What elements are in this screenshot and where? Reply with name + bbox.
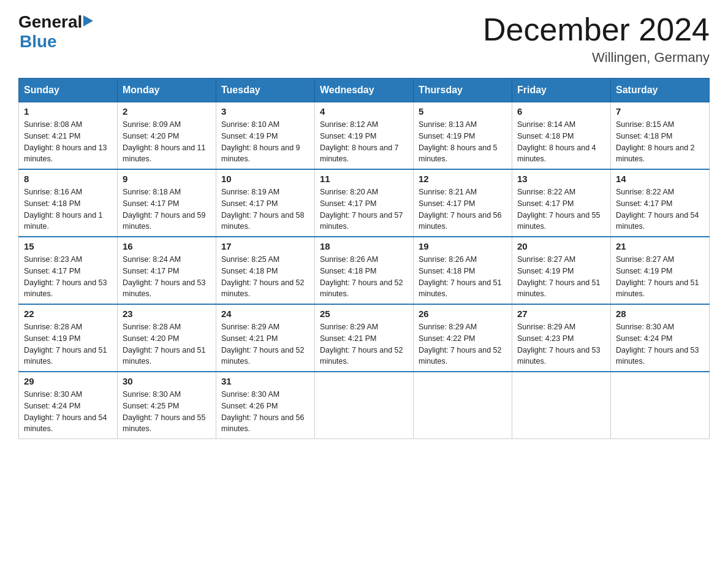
day-info: Sunrise: 8:12 AM Sunset: 4:19 PM Dayligh… (320, 119, 408, 165)
calendar-cell: 26 Sunrise: 8:29 AM Sunset: 4:22 PM Dayl… (414, 304, 512, 372)
calendar-week-row-3: 15 Sunrise: 8:23 AM Sunset: 4:17 PM Dayl… (19, 237, 710, 304)
calendar-table: Sunday Monday Tuesday Wednesday Thursday… (18, 78, 710, 439)
calendar-cell: 5 Sunrise: 8:13 AM Sunset: 4:19 PM Dayli… (414, 102, 512, 170)
calendar-cell: 14 Sunrise: 8:22 AM Sunset: 4:17 PM Dayl… (611, 169, 710, 237)
calendar-cell: 1 Sunrise: 8:08 AM Sunset: 4:21 PM Dayli… (19, 102, 118, 170)
calendar-cell: 24 Sunrise: 8:29 AM Sunset: 4:21 PM Dayl… (216, 304, 315, 372)
day-number: 10 (221, 174, 309, 184)
location-text: Willingen, Germany (483, 50, 710, 66)
calendar-cell: 31 Sunrise: 8:30 AM Sunset: 4:26 PM Dayl… (216, 372, 315, 439)
day-number: 8 (24, 174, 112, 184)
calendar-cell: 4 Sunrise: 8:12 AM Sunset: 4:19 PM Dayli… (315, 102, 414, 170)
header-thursday: Thursday (414, 79, 512, 102)
calendar-cell: 15 Sunrise: 8:23 AM Sunset: 4:17 PM Dayl… (19, 237, 118, 304)
calendar-cell: 23 Sunrise: 8:28 AM Sunset: 4:20 PM Dayl… (118, 304, 216, 372)
day-info: Sunrise: 8:22 AM Sunset: 4:17 PM Dayligh… (616, 186, 704, 232)
day-info: Sunrise: 8:24 AM Sunset: 4:17 PM Dayligh… (123, 254, 211, 300)
calendar-cell: 6 Sunrise: 8:14 AM Sunset: 4:18 PM Dayli… (512, 102, 611, 170)
day-info: Sunrise: 8:18 AM Sunset: 4:17 PM Dayligh… (123, 186, 211, 232)
day-number: 11 (320, 174, 408, 184)
header-friday: Friday (512, 79, 611, 102)
calendar-cell: 27 Sunrise: 8:29 AM Sunset: 4:23 PM Dayl… (512, 304, 611, 372)
calendar-cell: 2 Sunrise: 8:09 AM Sunset: 4:20 PM Dayli… (118, 102, 216, 170)
day-info: Sunrise: 8:15 AM Sunset: 4:18 PM Dayligh… (616, 119, 704, 165)
calendar-cell: 21 Sunrise: 8:27 AM Sunset: 4:19 PM Dayl… (611, 237, 710, 304)
day-number: 22 (24, 308, 112, 319)
day-info: Sunrise: 8:28 AM Sunset: 4:19 PM Dayligh… (24, 321, 112, 367)
day-number: 18 (320, 241, 408, 251)
day-number: 30 (123, 376, 211, 386)
day-number: 19 (419, 241, 507, 251)
calendar-cell: 19 Sunrise: 8:26 AM Sunset: 4:18 PM Dayl… (414, 237, 512, 304)
day-number: 29 (24, 376, 112, 386)
logo-blue-text: Blue (20, 32, 57, 52)
calendar-week-row-5: 29 Sunrise: 8:30 AM Sunset: 4:24 PM Dayl… (19, 372, 710, 439)
day-number: 27 (517, 308, 605, 319)
day-info: Sunrise: 8:29 AM Sunset: 4:21 PM Dayligh… (221, 321, 309, 367)
day-info: Sunrise: 8:16 AM Sunset: 4:18 PM Dayligh… (24, 186, 112, 232)
day-info: Sunrise: 8:30 AM Sunset: 4:26 PM Dayligh… (221, 389, 309, 435)
day-number: 21 (616, 241, 704, 251)
day-info: Sunrise: 8:26 AM Sunset: 4:18 PM Dayligh… (419, 254, 507, 300)
calendar-cell (611, 372, 710, 439)
svg-marker-0 (83, 15, 93, 26)
day-number: 15 (24, 241, 112, 251)
day-info: Sunrise: 8:29 AM Sunset: 4:23 PM Dayligh… (517, 321, 605, 367)
header-saturday: Saturday (611, 79, 710, 102)
header-monday: Monday (118, 79, 216, 102)
day-info: Sunrise: 8:30 AM Sunset: 4:25 PM Dayligh… (123, 389, 211, 435)
calendar-week-row-2: 8 Sunrise: 8:16 AM Sunset: 4:18 PM Dayli… (19, 169, 710, 237)
day-info: Sunrise: 8:25 AM Sunset: 4:18 PM Dayligh… (221, 254, 309, 300)
calendar-cell: 3 Sunrise: 8:10 AM Sunset: 4:19 PM Dayli… (216, 102, 315, 170)
day-number: 26 (419, 308, 507, 319)
calendar-cell (414, 372, 512, 439)
day-info: Sunrise: 8:21 AM Sunset: 4:17 PM Dayligh… (419, 186, 507, 232)
day-info: Sunrise: 8:27 AM Sunset: 4:19 PM Dayligh… (616, 254, 704, 300)
day-info: Sunrise: 8:29 AM Sunset: 4:21 PM Dayligh… (320, 321, 408, 367)
day-number: 1 (24, 106, 112, 117)
day-info: Sunrise: 8:30 AM Sunset: 4:24 PM Dayligh… (616, 321, 704, 367)
logo-general-text: General (18, 12, 82, 32)
calendar-cell: 13 Sunrise: 8:22 AM Sunset: 4:17 PM Dayl… (512, 169, 611, 237)
header-sunday: Sunday (19, 79, 118, 102)
calendar-cell: 8 Sunrise: 8:16 AM Sunset: 4:18 PM Dayli… (19, 169, 118, 237)
day-number: 17 (221, 241, 309, 251)
calendar-cell: 17 Sunrise: 8:25 AM Sunset: 4:18 PM Dayl… (216, 237, 315, 304)
day-number: 14 (616, 174, 704, 184)
calendar-cell: 10 Sunrise: 8:19 AM Sunset: 4:17 PM Dayl… (216, 169, 315, 237)
day-number: 9 (123, 174, 211, 184)
day-info: Sunrise: 8:30 AM Sunset: 4:24 PM Dayligh… (24, 389, 112, 435)
day-number: 6 (517, 106, 605, 117)
day-number: 16 (123, 241, 211, 251)
days-header-row: Sunday Monday Tuesday Wednesday Thursday… (19, 79, 710, 102)
day-number: 3 (221, 106, 309, 117)
day-info: Sunrise: 8:26 AM Sunset: 4:18 PM Dayligh… (320, 254, 408, 300)
day-number: 5 (419, 106, 507, 117)
day-number: 7 (616, 106, 704, 117)
day-number: 31 (221, 376, 309, 386)
day-info: Sunrise: 8:29 AM Sunset: 4:22 PM Dayligh… (419, 321, 507, 367)
day-number: 12 (419, 174, 507, 184)
day-number: 25 (320, 308, 408, 319)
day-number: 24 (221, 308, 309, 319)
day-info: Sunrise: 8:27 AM Sunset: 4:19 PM Dayligh… (517, 254, 605, 300)
calendar-cell: 9 Sunrise: 8:18 AM Sunset: 4:17 PM Dayli… (118, 169, 216, 237)
page-header: General Blue December 2024 Willingen, Ge… (18, 12, 710, 66)
title-block: December 2024 Willingen, Germany (483, 12, 710, 66)
calendar-cell: 30 Sunrise: 8:30 AM Sunset: 4:25 PM Dayl… (118, 372, 216, 439)
calendar-cell: 7 Sunrise: 8:15 AM Sunset: 4:18 PM Dayli… (611, 102, 710, 170)
day-info: Sunrise: 8:09 AM Sunset: 4:20 PM Dayligh… (123, 119, 211, 165)
calendar-cell: 22 Sunrise: 8:28 AM Sunset: 4:19 PM Dayl… (19, 304, 118, 372)
day-info: Sunrise: 8:19 AM Sunset: 4:17 PM Dayligh… (221, 186, 309, 232)
day-info: Sunrise: 8:23 AM Sunset: 4:17 PM Dayligh… (24, 254, 112, 300)
day-number: 20 (517, 241, 605, 251)
month-year-title: December 2024 (483, 12, 710, 47)
logo-arrow-icon (83, 15, 93, 29)
calendar-cell (512, 372, 611, 439)
calendar-week-row-1: 1 Sunrise: 8:08 AM Sunset: 4:21 PM Dayli… (19, 102, 710, 170)
day-info: Sunrise: 8:08 AM Sunset: 4:21 PM Dayligh… (24, 119, 112, 165)
day-info: Sunrise: 8:22 AM Sunset: 4:17 PM Dayligh… (517, 186, 605, 232)
day-number: 23 (123, 308, 211, 319)
day-number: 13 (517, 174, 605, 184)
day-info: Sunrise: 8:10 AM Sunset: 4:19 PM Dayligh… (221, 119, 309, 165)
